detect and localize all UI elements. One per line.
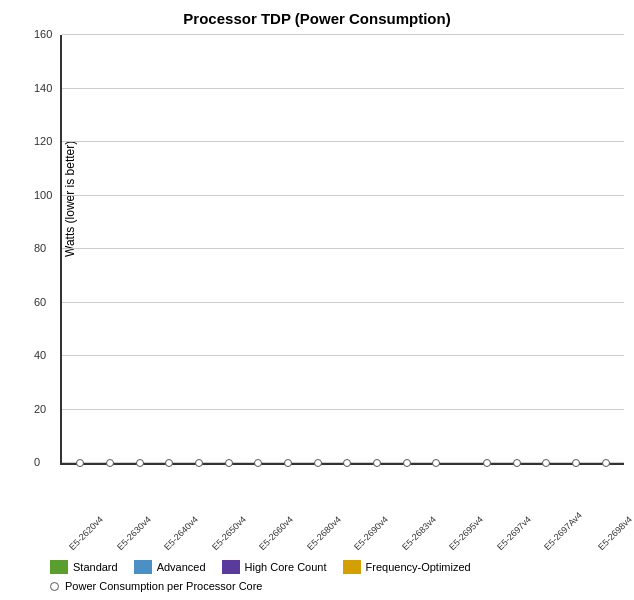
bar-dot (165, 459, 173, 467)
legend-item-standard: Standard (50, 560, 118, 574)
y-tick-label: 40 (34, 349, 46, 361)
bar-dot (106, 459, 114, 467)
legend-dot-label: Power Consumption per Processor Core (65, 580, 262, 592)
bar-dot (542, 459, 550, 467)
bar-dot (314, 459, 322, 467)
y-tick-label: 80 (34, 242, 46, 254)
bar-dot (76, 459, 84, 467)
chart-area: 020406080100120140160 (60, 35, 624, 465)
bar-dot (432, 459, 440, 467)
bar-dot (284, 459, 292, 467)
y-tick-label: 160 (34, 28, 52, 40)
x-labels: E5-2620v4E5-2630v4E5-2640v4E5-2650v4E5-2… (60, 541, 624, 555)
x-label: E5-2680v4 (305, 514, 343, 552)
x-label: E5-2620v4 (67, 514, 105, 552)
legend-label-standard: Standard (73, 561, 118, 573)
bar-dot (373, 459, 381, 467)
x-label: E5-2698v4 (596, 514, 634, 552)
y-tick-label: 100 (34, 189, 52, 201)
legend-swatch-highCoreCount (222, 560, 240, 574)
chart-container: Processor TDP (Power Consumption) Watts … (0, 0, 634, 600)
bar-dot (602, 459, 610, 467)
x-label: E5-2630v4 (115, 514, 153, 552)
y-tick-label: 0 (34, 456, 40, 468)
legend-label-advanced: Advanced (157, 561, 206, 573)
legend-item-highCoreCount: High Core Count (222, 560, 327, 574)
bar-dot (254, 459, 262, 467)
bar-dot (572, 459, 580, 467)
legend-swatch-frequencyOptimized (343, 560, 361, 574)
bar-dot (136, 459, 144, 467)
bars-wrapper (62, 35, 624, 463)
bar-dot (195, 459, 203, 467)
legend-row-2: Power Consumption per Processor Core (50, 580, 634, 592)
bar-dot (513, 459, 521, 467)
bar-dot (403, 459, 411, 467)
legend-label-frequencyOptimized: Frequency-Optimized (366, 561, 471, 573)
x-label: E5-2683v4 (400, 514, 438, 552)
x-label: E5-2690v4 (352, 514, 390, 552)
legend-swatch-standard (50, 560, 68, 574)
legend-item-frequencyOptimized: Frequency-Optimized (343, 560, 471, 574)
y-tick-label: 120 (34, 135, 52, 147)
x-label: E5-2660v4 (257, 514, 295, 552)
legend-label-highCoreCount: High Core Count (245, 561, 327, 573)
legend-item-advanced: Advanced (134, 560, 206, 574)
legend-row-1: StandardAdvancedHigh Core CountFrequency… (50, 560, 634, 574)
chart-title: Processor TDP (Power Consumption) (10, 10, 624, 27)
x-label: E5-2697Av4 (542, 510, 584, 552)
bar-dot (343, 459, 351, 467)
y-tick-label: 20 (34, 403, 46, 415)
x-label: E5-2695v4 (447, 514, 485, 552)
x-label: E5-2640v4 (162, 514, 200, 552)
y-tick-label: 140 (34, 82, 52, 94)
legend-swatch-advanced (134, 560, 152, 574)
x-label: E5-2697v4 (495, 514, 533, 552)
bar-dot (225, 459, 233, 467)
legend: StandardAdvancedHigh Core CountFrequency… (50, 560, 634, 592)
y-tick-label: 60 (34, 296, 46, 308)
legend-dot-icon (50, 582, 59, 591)
x-label: E5-2650v4 (210, 514, 248, 552)
bar-dot (483, 459, 491, 467)
